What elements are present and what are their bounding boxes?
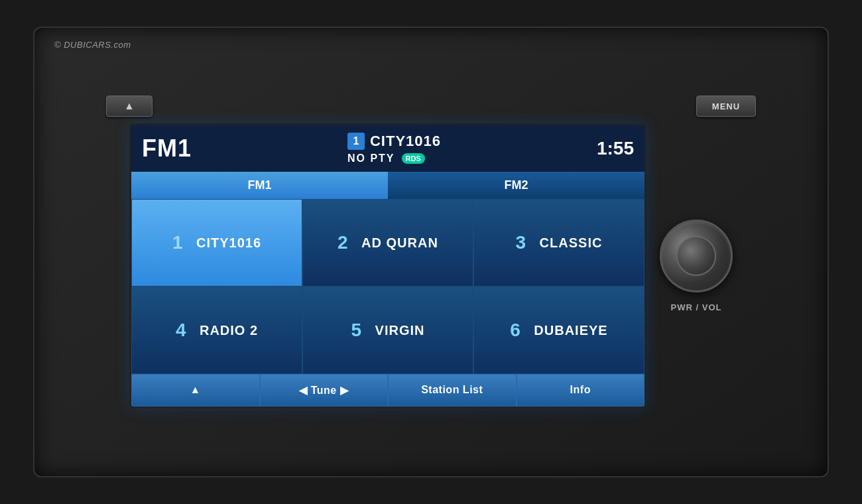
- tab-fm1[interactable]: FM1: [131, 172, 388, 199]
- watermark: © DUBICARS.com: [54, 40, 131, 50]
- station-list-button[interactable]: Station List: [388, 374, 517, 407]
- eject-button[interactable]: ▲: [106, 95, 153, 117]
- cell-name-4: RADIO 2: [200, 323, 258, 338]
- cell-number-5: 5: [351, 320, 367, 341]
- tabs-row: FM1 FM2: [131, 172, 645, 199]
- info-button[interactable]: Info: [517, 374, 645, 407]
- tab-fm2[interactable]: FM2: [388, 172, 645, 199]
- station-cell-6[interactable]: 6 DUBAIEYE: [473, 286, 645, 374]
- station-badge: 1: [347, 133, 365, 150]
- stations-grid: 1 CITY1016 2 AD QURAN 3 CLASSIC 4 RADIO …: [131, 199, 645, 374]
- cell-number-2: 2: [338, 232, 353, 253]
- cell-name-1: CITY1016: [196, 235, 261, 251]
- cell-name-3: CLASSIC: [540, 235, 603, 251]
- menu-label: MENU: [712, 101, 740, 111]
- main-area: FM1 1 CITY1016 NO PTY RDS 1:55 FM1: [129, 123, 733, 409]
- screen-header: FM1 1 CITY1016 NO PTY RDS 1:55: [131, 125, 645, 172]
- right-controls: PWR / VOL: [660, 220, 733, 312]
- cell-number-3: 3: [516, 232, 532, 253]
- cell-name-2: AD QURAN: [361, 235, 438, 251]
- station-cell-1[interactable]: 1 CITY1016: [131, 199, 302, 286]
- tune-button[interactable]: ◀ Tune ▶: [260, 374, 389, 407]
- cell-name-5: VIRGIN: [375, 323, 425, 338]
- top-controls: ▲ MENU: [106, 95, 756, 117]
- station-cell-2[interactable]: 2 AD QURAN: [302, 199, 473, 286]
- station-sub-row: NO PTY RDS: [347, 153, 441, 164]
- cell-number-1: 1: [172, 232, 188, 253]
- station-cell-3[interactable]: 3 CLASSIC: [473, 199, 645, 286]
- volume-knob[interactable]: [660, 220, 733, 292]
- bottom-bar: ▲ ◀ Tune ▶ Station List Info: [131, 374, 645, 407]
- pwr-vol-label: PWR / VOL: [671, 302, 722, 312]
- no-pty-label: NO PTY: [347, 153, 395, 164]
- cell-name-6: DUBAIEYE: [534, 323, 607, 338]
- screen: FM1 1 CITY1016 NO PTY RDS 1:55 FM1: [129, 123, 646, 409]
- eject-icon: ▲: [124, 100, 135, 112]
- station-cell-4[interactable]: 4 RADIO 2: [131, 286, 302, 374]
- station-name-row: 1 CITY1016: [347, 133, 441, 150]
- fm-label: FM1: [142, 135, 192, 162]
- menu-button[interactable]: MENU: [696, 95, 756, 117]
- station-info: 1 CITY1016 NO PTY RDS: [347, 133, 441, 164]
- cell-number-6: 6: [510, 320, 526, 341]
- station-name: CITY1016: [370, 133, 441, 150]
- knob-inner: [676, 236, 716, 276]
- station-cell-5[interactable]: 5 VIRGIN: [302, 286, 473, 374]
- cell-number-4: 4: [176, 320, 192, 341]
- car-unit: © DUBICARS.com ▲ MENU FM1 1 CITY1016 NO …: [33, 27, 829, 477]
- scan-button[interactable]: ▲: [131, 374, 260, 407]
- time-display: 1:55: [597, 138, 634, 159]
- rds-badge: RDS: [402, 153, 425, 164]
